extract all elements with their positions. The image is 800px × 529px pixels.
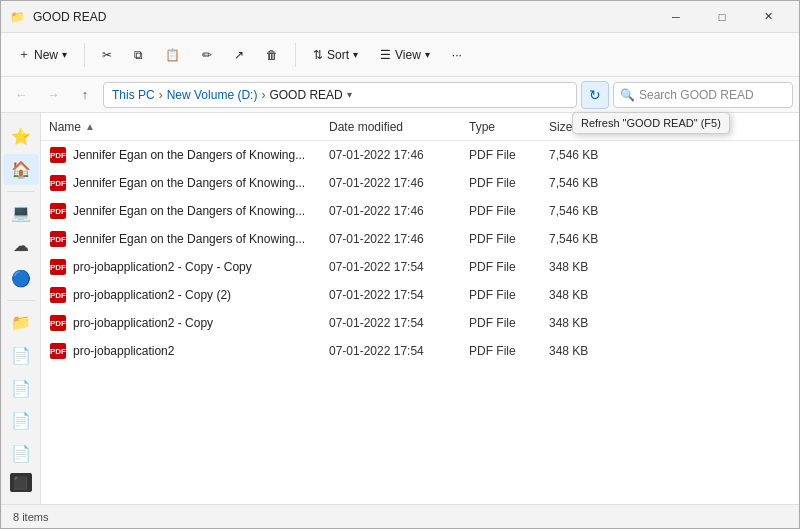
table-row[interactable]: PDF pro-jobapplication2 - Copy - Copy 07… [41,253,799,281]
file-size: 7,546 KB [549,176,629,190]
column-type-label: Type [469,120,495,134]
toolbar: ＋ New ▾ ✂ ⧉ 📋 ✏ ↗ 🗑 ⇅ Sort ▾ ☰ View ▾ ··… [1,33,799,77]
file-name: pro-jobapplication2 - Copy [73,316,329,330]
file-type: PDF File [469,148,549,162]
sidebar-item-doc2[interactable]: 📄 [3,373,39,404]
file-icon: PDF [49,342,67,360]
file-date: 07-01-2022 17:54 [329,316,469,330]
sidebar-separator-1 [7,191,35,192]
sidebar-item-onedrive[interactable]: ☁ [3,230,39,261]
sidebar-item-dropbox[interactable]: 🔵 [3,263,39,294]
sidebar: ⭐ 🏠 💻 ☁ 🔵 📁 📄 📄 📄 📄 ⬛ [1,113,41,504]
sidebar-item-folder1[interactable]: 📁 [3,307,39,338]
file-name: Jennifer Egan on the Dangers of Knowing.… [73,148,329,162]
maximize-button[interactable]: □ [699,1,745,33]
cut-button[interactable]: ✂ [93,39,121,71]
search-icon: 🔍 [620,88,635,102]
new-button[interactable]: ＋ New ▾ [9,39,76,71]
table-row[interactable]: PDF Jennifer Egan on the Dangers of Know… [41,169,799,197]
refresh-button[interactable]: ↻ Refresh "GOOD READ" (F5) [581,81,609,109]
delete-button[interactable]: 🗑 [257,39,287,71]
column-type[interactable]: Type [469,120,549,134]
more-label: ··· [452,48,462,62]
table-row[interactable]: PDF pro-jobapplication2 07-01-2022 17:54… [41,337,799,365]
share-icon: ↗ [234,48,244,62]
file-type: PDF File [469,204,549,218]
copy-button[interactable]: ⧉ [125,39,152,71]
file-type: PDF File [469,288,549,302]
column-size-label: Size [549,120,572,134]
breadcrumb-dropdown-icon[interactable]: ▾ [347,89,352,100]
close-button[interactable]: ✕ [745,1,791,33]
column-date-label: Date modified [329,120,403,134]
sort-ascending-icon: ▲ [85,121,95,132]
file-name: pro-jobapplication2 [73,344,329,358]
paste-button[interactable]: 📋 [156,39,189,71]
more-button[interactable]: ··· [443,39,471,71]
sidebar-item-this-pc[interactable]: 💻 [3,198,39,229]
view-icon: ☰ [380,48,391,62]
file-size: 348 KB [549,288,629,302]
file-size: 348 KB [549,316,629,330]
sidebar-item-doc3[interactable]: 📄 [3,405,39,436]
toolbar-separator-1 [84,43,85,67]
sort-icon: ⇅ [313,48,323,62]
file-date: 07-01-2022 17:46 [329,176,469,190]
column-date[interactable]: Date modified [329,120,469,134]
breadcrumb-this-pc[interactable]: This PC [112,88,155,102]
sidebar-item-bottom[interactable]: ⬛ [10,473,32,492]
table-row[interactable]: PDF pro-jobapplication2 - Copy (2) 07-01… [41,281,799,309]
title-bar-icon: 📁 [9,9,25,25]
title-bar-title: GOOD READ [33,10,106,24]
file-icon: PDF [49,314,67,332]
table-row[interactable]: PDF pro-jobapplication2 - Copy 07-01-202… [41,309,799,337]
cut-icon: ✂ [102,48,112,62]
new-label: New [34,48,58,62]
file-date: 07-01-2022 17:46 [329,204,469,218]
file-size: 7,546 KB [549,232,629,246]
pdf-icon: PDF [50,343,66,359]
file-icon: PDF [49,202,67,220]
toolbar-separator-2 [295,43,296,67]
file-icon: PDF [49,146,67,164]
sidebar-item-doc1[interactable]: 📄 [3,340,39,371]
table-row[interactable]: PDF Jennifer Egan on the Dangers of Know… [41,141,799,169]
table-row[interactable]: PDF Jennifer Egan on the Dangers of Know… [41,225,799,253]
search-box[interactable]: 🔍 Search GOOD READ [613,82,793,108]
item-count: 8 items [13,511,48,523]
breadcrumb-new-volume[interactable]: New Volume (D:) [167,88,258,102]
back-button[interactable]: ← [7,81,35,109]
file-size: 7,546 KB [549,204,629,218]
main-area: ⭐ 🏠 💻 ☁ 🔵 📁 📄 📄 📄 📄 ⬛ Name ▲ Date modifi… [1,113,799,504]
file-date: 07-01-2022 17:46 [329,232,469,246]
file-name: Jennifer Egan on the Dangers of Knowing.… [73,204,329,218]
file-size: 348 KB [549,344,629,358]
breadcrumb-sep-1: › [159,88,163,102]
column-name[interactable]: Name ▲ [49,120,329,134]
file-name: Jennifer Egan on the Dangers of Knowing.… [73,176,329,190]
sidebar-item-doc4[interactable]: 📄 [3,438,39,469]
sort-dropdown-icon: ▾ [353,49,358,60]
paste-icon: 📋 [165,48,180,62]
file-type: PDF File [469,316,549,330]
sidebar-item-home[interactable]: 🏠 [3,154,39,185]
file-icon: PDF [49,258,67,276]
share-button[interactable]: ↗ [225,39,253,71]
view-button[interactable]: ☰ View ▾ [371,39,439,71]
file-date: 07-01-2022 17:54 [329,260,469,274]
table-row[interactable]: PDF Jennifer Egan on the Dangers of Know… [41,197,799,225]
file-date: 07-01-2022 17:46 [329,148,469,162]
sidebar-separator-2 [7,300,35,301]
up-button[interactable]: ↑ [71,81,99,109]
copy-icon: ⧉ [134,48,143,62]
file-icon: PDF [49,230,67,248]
minimize-button[interactable]: ─ [653,1,699,33]
column-name-label: Name [49,120,81,134]
breadcrumb-bar[interactable]: This PC › New Volume (D:) › GOOD READ ▾ [103,82,577,108]
rename-button[interactable]: ✏ [193,39,221,71]
sidebar-item-quick-access[interactable]: ⭐ [3,121,39,152]
breadcrumb-sep-2: › [261,88,265,102]
forward-button[interactable]: → [39,81,67,109]
sort-button[interactable]: ⇅ Sort ▾ [304,39,367,71]
file-date: 07-01-2022 17:54 [329,288,469,302]
